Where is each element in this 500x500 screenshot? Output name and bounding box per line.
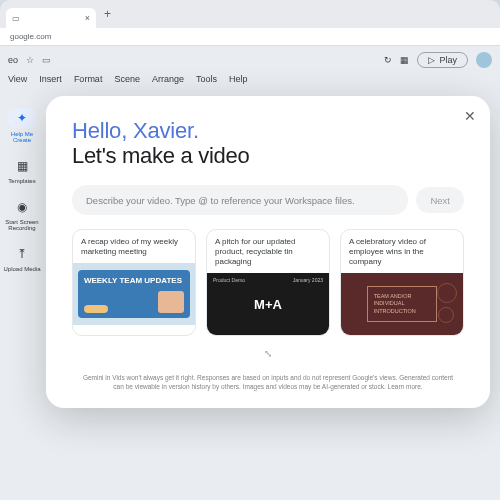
- suggestion-card-2[interactable]: A pitch for our updated product, recycla…: [206, 229, 330, 336]
- doc-title[interactable]: eo: [8, 55, 18, 65]
- left-rail: ✦ Help Me Create ▦ Templates ◉ Start Scr…: [0, 102, 44, 272]
- rail-label: Start Screen Recording: [1, 219, 43, 231]
- menu-format[interactable]: Format: [74, 74, 103, 84]
- rail-help-me-create[interactable]: ✦ Help Me Create: [1, 108, 43, 143]
- menu-insert[interactable]: Insert: [39, 74, 62, 84]
- thumb-top-left: Product Demo: [213, 277, 245, 283]
- menu-help[interactable]: Help: [229, 74, 248, 84]
- thumb-decoration: [433, 281, 457, 327]
- sparkle-icon: ✦: [8, 108, 36, 128]
- address-text: google.com: [10, 32, 51, 41]
- card-caption: A recap video of my weekly marketing mee…: [73, 230, 195, 263]
- suggestion-card-3[interactable]: A celebratory video of employee wins in …: [340, 229, 464, 336]
- play-button[interactable]: ▷ Play: [417, 52, 468, 68]
- suggestion-cards: A recap video of my weekly marketing mee…: [72, 229, 464, 336]
- tab-close-icon[interactable]: ×: [85, 13, 90, 23]
- templates-icon: ▦: [13, 157, 31, 175]
- next-button[interactable]: Next: [416, 187, 464, 213]
- card-caption: A pitch for our updated product, recycla…: [207, 230, 329, 273]
- browser-tab-strip: ▭ × +: [0, 0, 500, 28]
- close-button[interactable]: ✕: [464, 108, 476, 124]
- play-label: Play: [439, 55, 457, 65]
- menu-tools[interactable]: Tools: [196, 74, 217, 84]
- address-bar[interactable]: google.com: [0, 28, 500, 46]
- menu-scene[interactable]: Scene: [114, 74, 140, 84]
- thumb-title: TEAM AND/OR INDIVIDUAL INTRODUCTION: [367, 286, 438, 321]
- subhead-text: Let's make a video: [72, 143, 464, 169]
- new-tab-button[interactable]: +: [100, 7, 115, 21]
- app-header: eo ☆ ▭ ↻ ▦ ▷ Play: [0, 46, 500, 74]
- greeting-text: Hello, Xavier.: [72, 118, 464, 144]
- card-thumbnail: Product Demo January 2023 M+A: [207, 273, 329, 335]
- tab-favicon: ▭: [12, 14, 20, 23]
- card-caption: A celebratory video of employee wins in …: [341, 230, 463, 273]
- move-folder-icon[interactable]: ▭: [42, 55, 51, 65]
- suggestion-card-1[interactable]: A recap video of my weekly marketing mee…: [72, 229, 196, 336]
- rail-start-screen-recording[interactable]: ◉ Start Screen Recording: [1, 198, 43, 231]
- grid-icon[interactable]: ▦: [400, 55, 409, 65]
- menu-bar: View Insert Format Scene Arrange Tools H…: [0, 74, 500, 88]
- avatar[interactable]: [476, 52, 492, 68]
- thumb-pill: [84, 305, 108, 313]
- expand-icon[interactable]: ⤡: [258, 346, 278, 360]
- card-thumbnail: TEAM AND/OR INDIVIDUAL INTRODUCTION: [341, 273, 463, 335]
- menu-arrange[interactable]: Arrange: [152, 74, 184, 84]
- star-icon[interactable]: ☆: [26, 55, 34, 65]
- rail-label: Upload Media: [3, 266, 40, 272]
- history-icon[interactable]: ↻: [384, 55, 392, 65]
- play-icon: ▷: [428, 55, 435, 65]
- rail-upload-media[interactable]: ⤒ Upload Media: [1, 245, 43, 272]
- record-icon: ◉: [13, 198, 31, 216]
- disclaimer-text: Gemini in Vids won't always get it right…: [72, 374, 464, 392]
- thumb-title: WEEKLY TEAM UPDATES: [84, 276, 184, 285]
- upload-icon: ⤒: [13, 245, 31, 263]
- browser-tab[interactable]: ▭ ×: [6, 8, 96, 28]
- app-surface: eo ☆ ▭ ↻ ▦ ▷ Play View Insert Format Sce…: [0, 46, 500, 500]
- help-me-create-dialog: ✕ Hello, Xavier. Let's make a video Desc…: [46, 96, 490, 408]
- prompt-placeholder: Describe your video. Type @ to reference…: [86, 195, 355, 206]
- rail-label: Templates: [8, 178, 35, 184]
- thumb-top-right: January 2023: [293, 277, 323, 283]
- card-thumbnail: WEEKLY TEAM UPDATES: [73, 263, 195, 325]
- thumb-avatar: [158, 291, 184, 313]
- rail-label: Help Me Create: [1, 131, 43, 143]
- rail-templates[interactable]: ▦ Templates: [1, 157, 43, 184]
- prompt-input[interactable]: Describe your video. Type @ to reference…: [72, 185, 408, 215]
- prompt-row: Describe your video. Type @ to reference…: [72, 185, 464, 215]
- menu-view[interactable]: View: [8, 74, 27, 84]
- thumb-title: M+A: [254, 297, 282, 312]
